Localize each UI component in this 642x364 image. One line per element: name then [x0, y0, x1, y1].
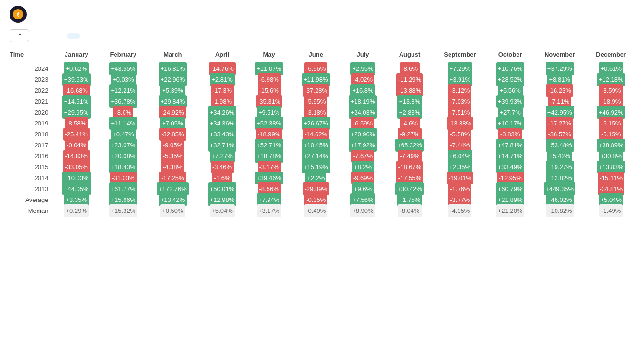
value-cell: -9.05%: [147, 140, 199, 151]
value-cell: +50.01%: [199, 183, 246, 194]
col-header-march: March: [147, 46, 199, 63]
logo-area: ₿: [10, 6, 30, 23]
value-cell: +12.21%: [100, 85, 147, 96]
value-cell: +27.14%: [292, 151, 339, 162]
value-cell: +2.83%: [386, 107, 433, 118]
year-cell: 2016: [6, 151, 53, 162]
value-cell: +18.78%: [246, 151, 293, 162]
value-cell: +8.2%: [339, 162, 386, 172]
value-cell: +65.32%: [386, 140, 433, 151]
value-cell: -18.67%: [386, 162, 433, 172]
value-cell: +0.62%: [53, 63, 100, 75]
value-cell: +12.18%: [585, 74, 636, 85]
value-cell: -12.95%: [487, 172, 534, 183]
value-cell: -8.6%: [100, 107, 147, 118]
value-cell: -3.18%: [292, 107, 339, 118]
median-cell: -1.49%: [585, 205, 636, 216]
median-cell: +0.50%: [147, 205, 199, 216]
asset-chevron-icon: ⌃: [18, 32, 23, 39]
value-cell: +14.71%: [487, 151, 534, 162]
table-row: 2019-8.58%+11.14%+7.05%+34.36%+52.38%+26…: [6, 118, 636, 129]
median-cell: +3.17%: [246, 205, 293, 216]
value-cell: +61.77%: [100, 183, 147, 194]
col-header-september: September: [433, 46, 487, 63]
median-cell: +10.82%: [534, 205, 586, 216]
value-cell: +10.45%: [292, 140, 339, 151]
period-monthly[interactable]: [67, 33, 80, 39]
value-cell: +16.81%: [147, 63, 199, 75]
asset-selector[interactable]: ⌃: [10, 29, 29, 42]
value-cell: +9.51%: [246, 107, 293, 118]
value-cell: -8.58%: [53, 118, 100, 129]
value-cell: -8.6%: [386, 63, 433, 75]
value-cell: -5.15%: [585, 129, 636, 140]
period-daily[interactable]: [33, 33, 46, 39]
year-cell: 2020: [6, 107, 53, 118]
value-cell: +28.52%: [487, 74, 534, 85]
average-cell: +5.04%: [585, 194, 636, 205]
year-cell: 2019: [6, 118, 53, 129]
period-quarterly[interactable]: [84, 33, 97, 39]
value-cell: +46.92%: [585, 107, 636, 118]
median-cell: +15.32%: [100, 205, 147, 216]
value-cell: +23.07%: [100, 140, 147, 151]
value-cell: -9.27%: [386, 129, 433, 140]
value-cell: +26.67%: [292, 118, 339, 129]
value-cell: -3.12%: [433, 85, 487, 96]
value-cell: +6.04%: [433, 151, 487, 162]
value-cell: -6.96%: [292, 63, 339, 75]
average-cell: +46.02%: [534, 194, 586, 205]
value-cell: +2.35%: [433, 162, 487, 172]
period-weekly[interactable]: [50, 33, 63, 39]
table-row: 2022-16.68%+12.21%+5.39%-17.3%-15.6%-37.…: [6, 85, 636, 96]
logo-icon: ₿: [10, 6, 27, 23]
value-cell: +43.55%: [100, 63, 147, 75]
value-cell: +5.39%: [147, 85, 199, 96]
median-label: Median: [6, 205, 53, 216]
value-cell: +5.56%: [487, 85, 534, 96]
value-cell: -18.99%: [246, 129, 293, 140]
value-cell: +14.51%: [53, 96, 100, 107]
value-cell: -31.03%: [100, 172, 147, 183]
median-row: Median+0.29%+15.32%+0.50%+5.04%+3.17%-0.…: [6, 205, 636, 216]
table-row: 2013+44.05%+61.77%+172.76%+50.01%-8.56%-…: [6, 183, 636, 194]
value-cell: -36.57%: [534, 129, 586, 140]
value-cell: +8.81%: [534, 74, 586, 85]
value-cell: +32.71%: [199, 140, 246, 151]
value-cell: +10.03%: [53, 172, 100, 183]
value-cell: +15.19%: [292, 162, 339, 172]
value-cell: -4.02%: [339, 74, 386, 85]
toolbar: ⌃: [0, 27, 642, 46]
table-row: 2016-14.83%+20.08%-5.35%+7.27%+18.78%+27…: [6, 151, 636, 162]
value-cell: +16.8%: [339, 85, 386, 96]
median-cell: -8.04%: [386, 205, 433, 216]
table-row: 2021+14.51%+36.78%+29.84%-1.98%-35.31%-5…: [6, 96, 636, 107]
value-cell: +18.43%: [100, 162, 147, 172]
value-cell: -35.31%: [246, 96, 293, 107]
value-cell: -33.05%: [53, 162, 100, 172]
average-cell: +7.94%: [246, 194, 293, 205]
value-cell: +7.05%: [147, 118, 199, 129]
value-cell: +60.79%: [487, 183, 534, 194]
table-row: 2014+10.03%-31.03%-17.25%-1.6%+39.46%+2.…: [6, 172, 636, 183]
year-cell: 2023: [6, 74, 53, 85]
value-cell: +19.27%: [534, 162, 586, 172]
col-header-february: February: [100, 46, 147, 63]
value-cell: +29.84%: [147, 96, 199, 107]
table-row: 2018-25.41%+0.47%-32.85%+33.43%-18.99%-1…: [6, 129, 636, 140]
median-cell: +0.29%: [53, 205, 100, 216]
value-cell: -7.44%: [433, 140, 487, 151]
value-cell: +9.6%: [339, 183, 386, 194]
value-cell: -14.83%: [53, 151, 100, 162]
value-cell: +2.81%: [199, 74, 246, 85]
value-cell: +20.08%: [100, 151, 147, 162]
value-cell: +36.78%: [100, 96, 147, 107]
value-cell: -15.6%: [246, 85, 293, 96]
table-row: 2017-0.04%+23.07%-9.05%+32.71%+52.71%+10…: [6, 140, 636, 151]
value-cell: +172.76%: [147, 183, 199, 194]
table-row: 2020+29.95%-8.6%-24.92%+34.26%+9.51%-3.1…: [6, 107, 636, 118]
value-cell: -7.03%: [433, 96, 487, 107]
col-header-april: April: [199, 46, 246, 63]
year-cell: 2017: [6, 140, 53, 151]
col-header-january: January: [53, 46, 100, 63]
